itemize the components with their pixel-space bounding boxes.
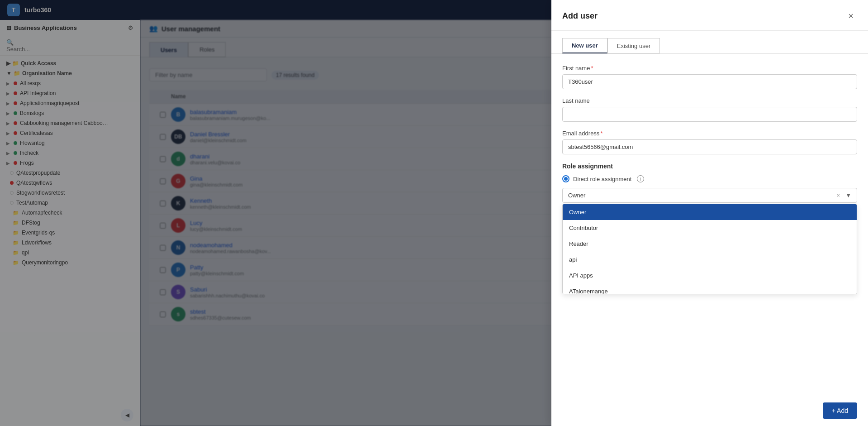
- role-option-owner[interactable]: Owner: [563, 204, 857, 220]
- email-input[interactable]: [562, 139, 857, 154]
- role-dropdown-container: Owner × ▼ Owner Contributor Reader api A…: [562, 188, 857, 203]
- last-name-group: Last name: [562, 97, 857, 122]
- dropdown-clear-button[interactable]: ×: [837, 192, 840, 199]
- email-label: Email address*: [562, 130, 857, 137]
- email-group: Email address*: [562, 130, 857, 154]
- modal-header: Add user ×: [551, 0, 868, 31]
- modal-footer: + Add: [551, 395, 868, 426]
- role-assignment-group: Role assignment Direct role assignment i…: [562, 163, 857, 203]
- selected-role-label: Owner: [568, 192, 585, 199]
- role-option-contributor[interactable]: Contributor: [563, 220, 857, 236]
- dropdown-arrow-icon[interactable]: ▼: [845, 192, 851, 199]
- role-option-reader[interactable]: Reader: [563, 236, 857, 252]
- modal-title: Add user: [562, 11, 598, 21]
- direct-role-radio[interactable]: Direct role assignment i: [562, 175, 857, 182]
- last-name-input[interactable]: [562, 107, 857, 122]
- first-name-label: First name*: [562, 65, 857, 72]
- tab-new-user[interactable]: New user: [562, 38, 607, 53]
- dropdown-menu: Owner Contributor Reader api API apps AT…: [562, 204, 857, 294]
- role-section-title: Role assignment: [562, 163, 857, 170]
- role-option-atalone[interactable]: ATalonemange: [563, 283, 857, 294]
- role-dropdown[interactable]: Owner × ▼: [562, 188, 857, 203]
- modal-body: First name* Last name Email address* Rol…: [551, 54, 868, 395]
- radio-button[interactable]: [562, 175, 569, 182]
- tab-existing-user[interactable]: Existing user: [607, 38, 660, 53]
- first-name-input[interactable]: [562, 74, 857, 89]
- modal-tabs: New user Existing user: [551, 31, 868, 54]
- modal-panel: Add user × New user Existing user First …: [551, 0, 868, 426]
- modal-close-button[interactable]: ×: [844, 9, 857, 23]
- modal-overlay: Add user × New user Existing user First …: [0, 0, 868, 426]
- role-option-api[interactable]: api: [563, 252, 857, 268]
- dropdown-controls: × ▼: [837, 192, 851, 199]
- info-icon[interactable]: i: [637, 175, 644, 182]
- first-name-group: First name*: [562, 65, 857, 89]
- add-button[interactable]: + Add: [823, 402, 857, 419]
- last-name-label: Last name: [562, 97, 857, 104]
- role-option-apiapps[interactable]: API apps: [563, 268, 857, 283]
